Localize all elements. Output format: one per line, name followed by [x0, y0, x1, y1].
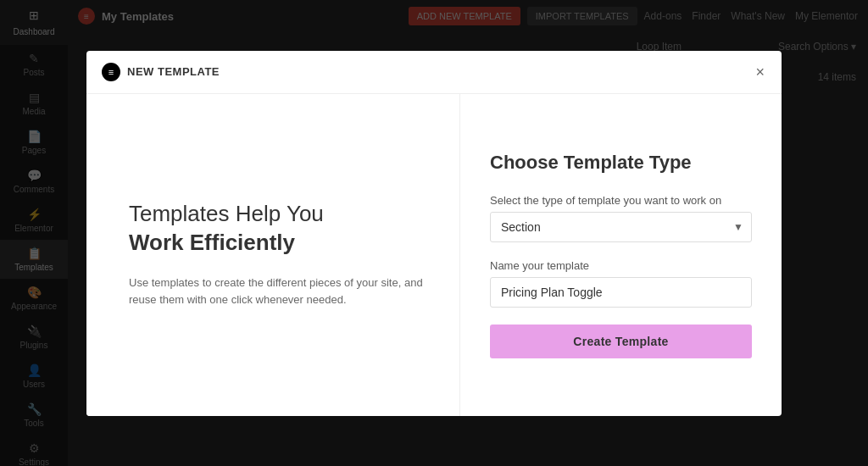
- template-name-group: Name your template: [490, 259, 752, 308]
- new-template-modal: ≡ NEW TEMPLATE × Templates Help You Work…: [86, 51, 782, 416]
- heading-line2: Work Efficiently: [129, 229, 426, 258]
- template-type-group: Select the type of template you want to …: [490, 194, 752, 242]
- modal-header-logo: ≡: [102, 63, 120, 81]
- modal-header: ≡ NEW TEMPLATE ×: [86, 51, 782, 94]
- modal-left-heading: Templates Help You Work Efficiently: [129, 200, 426, 258]
- modal-left-description: Use templates to create the different pi…: [129, 275, 426, 310]
- template-type-select-wrapper: Section Page Popup Single Post Single Pa…: [490, 212, 752, 242]
- modal-right-title: Choose Template Type: [490, 152, 752, 174]
- template-type-select[interactable]: Section Page Popup Single Post Single Pa…: [490, 212, 752, 242]
- create-template-button[interactable]: Create Template: [490, 325, 752, 358]
- modal-right-panel: Choose Template Type Select the type of …: [459, 94, 782, 416]
- modal-logo-icon: ≡: [108, 67, 114, 77]
- modal-close-button[interactable]: ×: [754, 64, 766, 80]
- modal-overlay: ≡ NEW TEMPLATE × Templates Help You Work…: [0, 0, 868, 466]
- select-label: Select the type of template you want to …: [490, 194, 752, 207]
- template-name-input[interactable]: [490, 277, 752, 308]
- modal-body: Templates Help You Work Efficiently Use …: [86, 94, 782, 416]
- heading-line1: Templates Help You: [129, 201, 324, 226]
- name-label: Name your template: [490, 259, 752, 272]
- modal-left-panel: Templates Help You Work Efficiently Use …: [86, 94, 459, 416]
- modal-title: NEW TEMPLATE: [127, 65, 747, 78]
